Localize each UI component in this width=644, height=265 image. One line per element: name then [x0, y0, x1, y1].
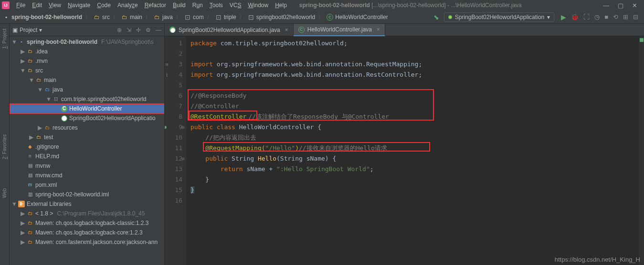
breadcrumb: ▪spring-boot-02-helloworld〉 🗀src〉 🗀main〉…: [2, 13, 432, 21]
tree-root[interactable]: ▼▪spring-boot-02-helloworldF:\JAVASpring…: [10, 37, 164, 47]
crumb-java[interactable]: 🗀java: [153, 14, 174, 20]
tree-java[interactable]: ▼🗀java: [10, 85, 164, 94]
tree-help[interactable]: ≡HELP.md: [10, 152, 164, 161]
tab-application[interactable]: ⬤SpringBoot02HelloworldApplication.java×: [165, 24, 294, 36]
crumb-src[interactable]: 🗀src: [93, 14, 111, 20]
tree-mvnw[interactable]: ▤mvnw: [10, 161, 164, 171]
search-everywhere-icon[interactable]: ⊞: [623, 13, 628, 20]
debug-button[interactable]: 🐞: [571, 13, 579, 20]
menu-help[interactable]: Help: [272, 1, 290, 10]
gear-icon[interactable]: ⚙: [146, 27, 151, 33]
build-icon[interactable]: ⬊: [433, 13, 439, 21]
tab-controller[interactable]: CHelloWorldController.java×: [294, 24, 385, 36]
window-controls: — ▢ ✕: [603, 2, 642, 9]
menu-analyze[interactable]: Analyze: [115, 1, 141, 10]
crumb-pkg[interactable]: ⊡springboot02helloworld: [247, 14, 316, 20]
tree-maven-1[interactable]: ▶🗀Maven: ch.qos.logback:logback-classic:…: [10, 218, 164, 228]
expand-all-icon[interactable]: ⇲: [127, 27, 131, 33]
project-view-icon: ▣: [12, 27, 18, 33]
tree-gitignore[interactable]: ◆.gitignore: [10, 142, 164, 152]
code-content[interactable]: package com.triple.springboot02helloworl…: [187, 36, 638, 265]
run-button[interactable]: ▶: [561, 13, 566, 21]
menu-navigate[interactable]: Navigate: [65, 1, 93, 10]
minimize-icon[interactable]: —: [603, 2, 609, 9]
menu-tools[interactable]: Tools: [207, 1, 226, 10]
side-tab-favorites[interactable]: 2: Favorites: [2, 134, 7, 159]
menu-refactor[interactable]: Refactor: [142, 1, 169, 10]
tree-jdk[interactable]: ▶🗀< 1.8 >C:\Program Files\Java\jdk1.8.0_…: [10, 209, 164, 218]
menu-run[interactable]: Run: [190, 1, 206, 10]
chevron-down-icon[interactable]: ▾: [39, 27, 42, 33]
tree-mvn[interactable]: ▶🗀.mvn: [10, 56, 164, 66]
profile-button[interactable]: ◷: [594, 13, 600, 20]
tree-file-controller[interactable]: CHelloWorldController: [10, 104, 164, 113]
menu-file[interactable]: File: [13, 1, 28, 10]
spring-icon: [448, 15, 452, 19]
crumb-class[interactable]: CHelloWorldController: [326, 14, 389, 20]
tree-mvnwcmd[interactable]: ▤mvnw.cmd: [10, 171, 164, 180]
crumb-triple[interactable]: ⊡triple: [214, 14, 237, 20]
project-tree[interactable]: ▼▪spring-boot-02-helloworldF:\JAVASpring…: [10, 36, 164, 265]
tree-src[interactable]: ▼🗀src: [10, 66, 164, 75]
window-title: spring-boot-02-helloworld [...\spring-bo…: [299, 2, 603, 9]
status-ok-icon: [640, 38, 644, 42]
side-tab-web[interactable]: Web: [2, 188, 7, 198]
tree-iml[interactable]: ▥spring-boot-02-helloworld.iml: [10, 190, 164, 199]
menubar: File Edit View Navigate Code Analyze Ref…: [13, 1, 290, 10]
editor-tabs: ⬤SpringBoot02HelloworldApplication.java×…: [165, 24, 644, 36]
maximize-icon[interactable]: ▢: [618, 2, 623, 9]
code-editor[interactable]: 1 2 ⊟3 ⌊4 5 6 7 8 ●9 ⊟ 10 11 12 ⊟ 13 14 …: [165, 36, 644, 265]
app-icon: IJ: [2, 1, 10, 9]
menu-view[interactable]: View: [46, 1, 64, 10]
collapse-all-icon[interactable]: ✢: [136, 27, 141, 33]
titlebar: IJ File Edit View Navigate Code Analyze …: [0, 0, 644, 10]
tree-package[interactable]: ▼⊡com.triple.springboot02helloworld: [10, 94, 164, 104]
project-panel-header: ▣ Project ▾ ⊕ ⇲ ✢ ⚙ —: [10, 24, 164, 36]
tree-external-libraries[interactable]: ▼⊪External Libraries: [10, 199, 164, 209]
tree-resources[interactable]: ▶🗀resources: [10, 123, 164, 132]
crumb-module[interactable]: ▪spring-boot-02-helloworld: [2, 14, 83, 20]
tree-idea[interactable]: ▶🗀.idea: [10, 47, 164, 56]
menu-edit[interactable]: Edit: [29, 1, 45, 10]
menu-code[interactable]: Code: [94, 1, 114, 10]
crumb-main[interactable]: 🗀main: [120, 14, 143, 20]
update-vcs-button[interactable]: ⟲: [613, 13, 618, 20]
watermark: https://blog.csdn.net/H_King_H: [555, 256, 640, 263]
run-config-selector[interactable]: SpringBoot02HelloworldApplication ▾: [444, 12, 554, 22]
tree-pom[interactable]: mpom.xml: [10, 180, 164, 190]
chevron-down-icon: ▾: [547, 14, 550, 20]
close-icon[interactable]: ✕: [632, 2, 637, 9]
gutter[interactable]: 1 2 ⊟3 ⌊4 5 6 7 8 ●9 ⊟ 10 11 12 ⊟ 13 14 …: [165, 36, 187, 265]
menu-build[interactable]: Build: [170, 1, 189, 10]
project-panel: ▣ Project ▾ ⊕ ⇲ ✢ ⚙ — ▼▪spring-boot-02-h…: [10, 24, 165, 265]
menu-vcs[interactable]: VCS: [227, 1, 244, 10]
hide-icon[interactable]: —: [156, 27, 161, 33]
tree-test[interactable]: ▶🗀test: [10, 132, 164, 142]
close-icon[interactable]: ×: [285, 27, 288, 33]
coverage-button[interactable]: ⛶: [583, 13, 590, 20]
stop-button[interactable]: ■: [604, 13, 608, 20]
tree-maven-3[interactable]: ▶🗀Maven: com.fasterxml.jackson.core:jack…: [10, 237, 164, 247]
tree-main[interactable]: ▼🗀main: [10, 75, 164, 85]
tree-file-application[interactable]: ⬤SpringBoot02HelloworldApplicatio: [10, 113, 164, 123]
left-tool-strip: 1: Project 2: Favorites Web: [0, 24, 10, 265]
panel-title: Project: [20, 27, 37, 33]
ide-settings-icon[interactable]: ⊟: [633, 13, 638, 20]
select-opened-file-icon[interactable]: ⊕: [117, 27, 122, 33]
tree-maven-2[interactable]: ▶🗀Maven: ch.qos.logback:logback-core:1.2…: [10, 228, 164, 237]
menu-window[interactable]: Window: [245, 1, 271, 10]
navigation-toolbar: ▪spring-boot-02-helloworld〉 🗀src〉 🗀main〉…: [0, 10, 644, 24]
error-stripe[interactable]: [638, 36, 644, 265]
editor-area: ⬤SpringBoot02HelloworldApplication.java×…: [165, 24, 644, 265]
crumb-com[interactable]: ⊡com: [183, 14, 205, 20]
side-tab-project[interactable]: 1: Project: [2, 29, 7, 49]
close-icon[interactable]: ×: [377, 26, 380, 33]
